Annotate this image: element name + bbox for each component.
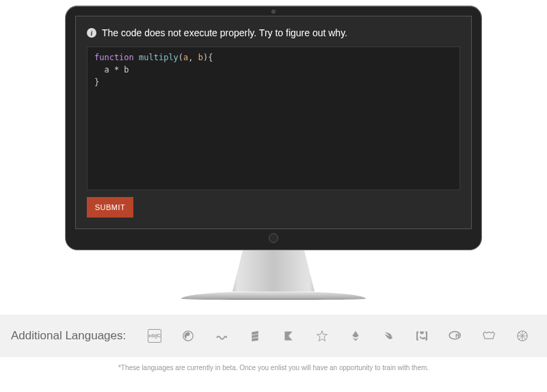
token-comma: , bbox=[188, 53, 198, 62]
camera-dot bbox=[271, 10, 276, 14]
submit-button[interactable]: SUBMIT bbox=[87, 197, 133, 218]
monitor-power-button bbox=[269, 233, 278, 243]
kotlin-icon[interactable] bbox=[282, 329, 295, 343]
monitor-wrap: i The code does not execute properly. Tr… bbox=[65, 0, 482, 300]
token-paren: ( bbox=[178, 53, 183, 62]
code-editor[interactable]: function multiply(a, b){ a * b } bbox=[87, 47, 460, 190]
token-function-name: multiply bbox=[139, 53, 178, 62]
code-line: a * b bbox=[94, 65, 129, 75]
svg-text:R: R bbox=[455, 332, 460, 339]
r-icon[interactable]: R bbox=[449, 329, 462, 343]
language-icons-row: objC R bbox=[148, 329, 536, 343]
ocaml-icon[interactable] bbox=[215, 329, 228, 343]
clojure-icon[interactable] bbox=[181, 329, 195, 343]
monitor-stand bbox=[222, 250, 325, 291]
additional-languages-title: Additional Languages: bbox=[11, 329, 126, 343]
token-arg: b bbox=[198, 53, 203, 62]
prompt-text: The code does not execute properly. Try … bbox=[102, 27, 347, 38]
solidity-icon[interactable] bbox=[349, 329, 362, 343]
additional-languages-bar: Additional Languages: objC R bbox=[0, 315, 547, 357]
nim-icon[interactable] bbox=[482, 329, 496, 343]
languages-footnote: *These languages are currently in beta. … bbox=[0, 364, 547, 371]
swift-icon[interactable] bbox=[382, 329, 395, 343]
token-brace: } bbox=[94, 77, 99, 87]
scala-icon[interactable] bbox=[248, 329, 262, 343]
prompt-row: i The code does not execute properly. Tr… bbox=[87, 27, 460, 38]
token-brace: { bbox=[208, 53, 213, 62]
info-icon: i bbox=[87, 28, 96, 38]
erlang-icon[interactable] bbox=[415, 329, 429, 343]
objc-icon[interactable]: objC bbox=[148, 329, 161, 343]
monitor-stand-base bbox=[181, 291, 366, 300]
screen: i The code does not execute properly. Tr… bbox=[75, 16, 472, 229]
brainfuck-icon[interactable] bbox=[516, 329, 529, 343]
dart-icon[interactable] bbox=[315, 329, 329, 343]
monitor-frame: i The code does not execute properly. Tr… bbox=[65, 5, 482, 250]
token-keyword: function bbox=[94, 53, 134, 62]
